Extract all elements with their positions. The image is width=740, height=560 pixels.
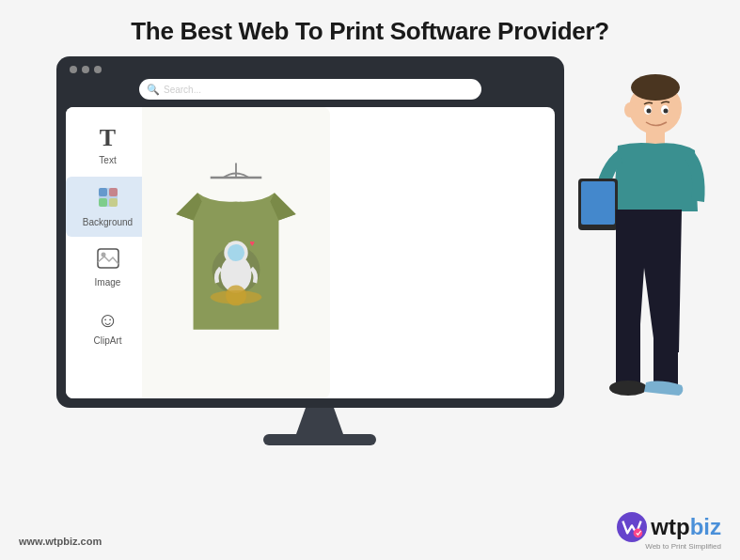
monitor-screen: 🔍 Search... T Text	[56, 56, 564, 408]
svg-point-20	[624, 102, 636, 117]
search-placeholder: Search...	[164, 85, 201, 95]
image-icon	[97, 248, 119, 274]
dot-1	[70, 66, 77, 73]
svg-point-32	[634, 529, 643, 538]
sidebar-item-image[interactable]: Image	[66, 239, 150, 297]
sidebar-background-label: Background	[83, 217, 133, 227]
sidebar-text-label: Text	[99, 155, 116, 165]
svg-point-16	[226, 286, 246, 306]
background-icon	[97, 186, 119, 214]
logo-row: wtpbiz	[617, 512, 721, 542]
svg-rect-23	[581, 181, 615, 225]
monitor-stand	[56, 408, 583, 445]
screen-inner: Print Your Own T-Shirt Add To Cart Backg…	[150, 107, 330, 398]
monitor: 🔍 Search... T Text	[56, 56, 583, 445]
logo-wtp: wtpbiz	[651, 514, 721, 539]
logo-w-icon	[617, 512, 647, 542]
svg-point-29	[647, 109, 652, 114]
stand-base	[263, 434, 376, 445]
svg-rect-3	[99, 198, 107, 207]
person-illustration	[533, 52, 712, 503]
logo-tagline: Web to Print Simplified	[645, 542, 721, 551]
monitor-dots	[66, 66, 555, 73]
page-heading: The Best Web To Print Software Provider?	[0, 0, 740, 55]
svg-point-19	[631, 74, 680, 101]
svg-point-14	[228, 244, 244, 261]
search-bar[interactable]: 🔍 Search...	[139, 79, 481, 100]
person-svg	[533, 52, 712, 503]
logo-biz: biz	[690, 514, 721, 539]
sidebar-image-label: Image	[95, 277, 121, 288]
sidebar: T Text Background	[66, 107, 150, 398]
dot-3	[94, 66, 102, 73]
sidebar-item-background[interactable]: Background	[66, 177, 150, 237]
logo-text: wtpbiz	[651, 514, 721, 540]
svg-rect-25	[653, 315, 678, 390]
svg-point-26	[609, 381, 647, 396]
svg-rect-4	[109, 198, 118, 207]
svg-text:♥: ♥	[249, 239, 254, 248]
footer-website: www.wtpbiz.com	[19, 536, 102, 547]
svg-rect-24	[616, 315, 640, 390]
svg-point-30	[664, 109, 669, 114]
dot-2	[82, 66, 89, 73]
screen-content: T Text Background	[66, 107, 555, 398]
stand-neck	[296, 408, 343, 434]
clipart-icon: ☺	[97, 308, 118, 333]
search-icon: 🔍	[147, 84, 160, 96]
sidebar-item-clipart[interactable]: ☺ ClipArt	[66, 299, 150, 355]
svg-rect-5	[98, 249, 118, 268]
footer-logo: wtpbiz Web to Print Simplified	[617, 512, 721, 551]
text-icon: T	[100, 124, 116, 152]
sidebar-item-text[interactable]: T Text	[66, 115, 150, 175]
svg-rect-1	[99, 188, 107, 196]
tshirt-svg: ♥	[156, 159, 316, 347]
sidebar-clipart-label: ClipArt	[93, 335, 121, 346]
svg-rect-2	[109, 188, 118, 196]
tshirt-preview-area: ♥	[142, 107, 330, 398]
